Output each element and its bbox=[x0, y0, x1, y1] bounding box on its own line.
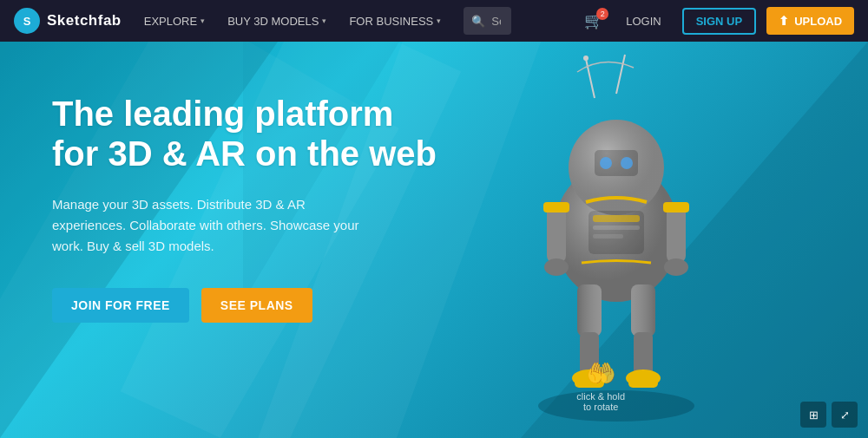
join-free-button[interactable]: JOIN FOR FREE bbox=[52, 288, 189, 323]
hand-icon: 🤲 bbox=[576, 359, 625, 388]
hero-subtitle: Manage your 3D assets. Distribute 3D & A… bbox=[52, 194, 382, 257]
cart-badge: 2 bbox=[596, 8, 608, 20]
fullscreen-icon: ⤢ bbox=[840, 409, 850, 422]
chevron-down-icon: ▾ bbox=[322, 16, 326, 25]
svg-rect-30 bbox=[663, 202, 689, 212]
vr-button[interactable]: ⊞ bbox=[800, 402, 826, 428]
chevron-down-icon: ▾ bbox=[201, 16, 205, 25]
logo-icon: S bbox=[14, 8, 40, 34]
upload-button[interactable]: ⬆ UPLOAD bbox=[766, 7, 854, 35]
logo-text: Sketchfab bbox=[47, 12, 122, 29]
signup-button[interactable]: SIGN UP bbox=[682, 8, 756, 35]
search-icon: 🔍 bbox=[471, 15, 485, 28]
svg-point-10 bbox=[621, 157, 633, 169]
rotate-hint: 🤲 click & hold to rotate bbox=[576, 359, 625, 412]
nav-for-business[interactable]: FOR BUSINESS ▾ bbox=[340, 0, 450, 42]
svg-rect-21 bbox=[631, 284, 655, 337]
see-plans-button[interactable]: SEE PLANS bbox=[201, 288, 312, 323]
cart-button[interactable]: 🛒 2 bbox=[577, 11, 610, 30]
nav-explore[interactable]: EXPLORE ▾ bbox=[135, 0, 214, 42]
svg-rect-12 bbox=[593, 215, 640, 222]
vr-icon: ⊞ bbox=[809, 409, 819, 422]
fullscreen-button[interactable]: ⤢ bbox=[832, 402, 858, 428]
nav-buy-3d[interactable]: BUY 3D MODELS ▾ bbox=[219, 0, 335, 42]
svg-rect-16 bbox=[577, 284, 602, 337]
search-bar: 🔍 bbox=[464, 7, 510, 35]
svg-rect-24 bbox=[628, 374, 658, 388]
svg-line-3 bbox=[616, 55, 625, 94]
svg-point-26 bbox=[544, 258, 569, 276]
navbar: S Sketchfab EXPLORE ▾ BUY 3D MODELS ▾ FO… bbox=[0, 0, 868, 42]
hero-title: The leading platform for 3D & AR on the … bbox=[52, 94, 437, 173]
svg-rect-29 bbox=[543, 202, 569, 212]
hero-content: The leading platform for 3D & AR on the … bbox=[52, 94, 437, 323]
svg-point-2 bbox=[583, 56, 589, 61]
bottom-controls: ⊞ ⤢ bbox=[800, 402, 858, 428]
chevron-down-icon: ▾ bbox=[437, 16, 441, 25]
logo-area[interactable]: S Sketchfab bbox=[14, 8, 122, 34]
svg-rect-22 bbox=[634, 332, 653, 376]
hero-section: The leading platform for 3D & AR on the … bbox=[0, 42, 868, 438]
svg-rect-14 bbox=[593, 234, 623, 239]
svg-point-9 bbox=[600, 157, 612, 169]
svg-rect-13 bbox=[593, 226, 640, 230]
login-button[interactable]: LOGIN bbox=[615, 15, 671, 28]
hero-buttons: JOIN FOR FREE SEE PLANS bbox=[52, 288, 437, 323]
svg-point-28 bbox=[664, 258, 688, 276]
upload-icon: ⬆ bbox=[779, 14, 789, 28]
